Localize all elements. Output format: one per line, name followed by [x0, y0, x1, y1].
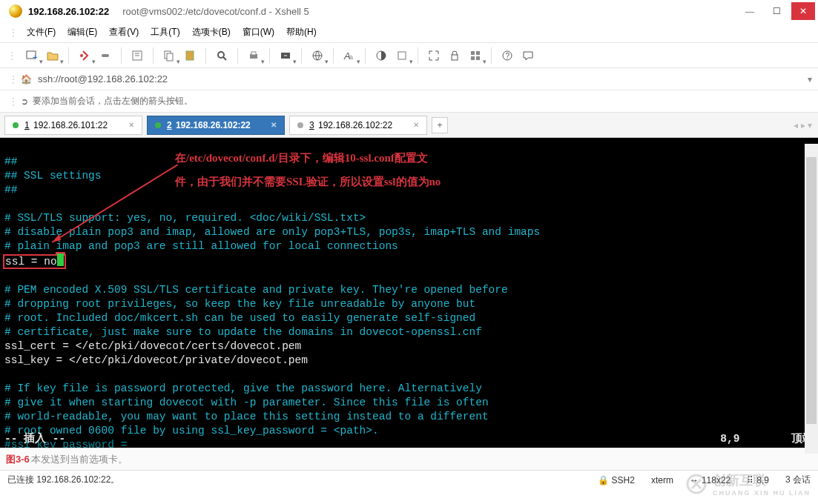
terminal-scrollbar[interactable] — [805, 144, 818, 454]
chat-icon[interactable] — [520, 47, 536, 64]
svg-rect-22 — [476, 51, 480, 55]
app-icon — [9, 4, 22, 18]
terminal-line: # dropping root privileges, so keep the … — [4, 298, 475, 310]
terminal-line: ## SSL settings — [4, 170, 102, 182]
window-title-main: 192.168.26.102:22 — [28, 6, 109, 17]
status-dot-icon — [155, 122, 161, 128]
status-dot-icon — [13, 122, 19, 128]
svg-rect-13 — [251, 52, 256, 55]
minimize-button[interactable]: — — [738, 2, 762, 20]
svg-rect-19 — [398, 52, 406, 59]
menu-help[interactable]: 帮助(H) — [280, 24, 323, 40]
svg-rect-24 — [476, 56, 480, 60]
terminal-line: ## — [4, 156, 17, 168]
terminal-line: # PEM encoded X.509 SSL/TLS certificate … — [4, 284, 508, 296]
svg-rect-8 — [167, 53, 173, 61]
terminal-line: # SSL/TLS support: yes, no, required. <d… — [4, 212, 366, 224]
figure-label: 图3-6 — [6, 453, 30, 466]
paste-icon[interactable] — [182, 47, 198, 64]
color-icon[interactable] — [373, 47, 389, 64]
session-tabs: 1 192.168.26.101:22 ✕ 2 192.168.26.102:2… — [0, 113, 818, 138]
terminal-line: ## — [4, 184, 17, 196]
watermark-logo: 创新互联 CHUANG XIN HU LIAN — [685, 471, 811, 497]
window-title-path: root@vms002:/etc/dovecot/conf.d - Xshell… — [122, 6, 309, 17]
compose-bar[interactable]: 图3-6 本发送到当前选项卡。 — [0, 448, 818, 470]
address-dropdown-icon[interactable]: ▾ — [808, 74, 812, 84]
status-proto: 🔒 SSH2 — [598, 475, 635, 485]
terminal-cursor — [57, 253, 64, 266]
copy-icon[interactable] — [161, 47, 177, 64]
terminal-line: # plain imap and pop3 are still allowed … — [4, 240, 398, 252]
compose-placeholder: 本发送到当前选项卡。 — [31, 453, 128, 466]
tab-close-icon[interactable]: ✕ — [413, 121, 419, 129]
tile-icon[interactable] — [467, 47, 484, 64]
terminal-line: # give it when starting dovecot with -p … — [4, 397, 489, 408]
open-session-icon[interactable] — [44, 47, 61, 64]
tab-close-icon[interactable]: ✕ — [128, 121, 134, 129]
properties-icon[interactable] — [129, 47, 145, 64]
font-icon[interactable]: Aa — [341, 47, 357, 64]
hint-text: 要添加当前会话，点击左侧的箭头按钮。 — [33, 95, 193, 107]
svg-line-11 — [223, 57, 226, 60]
menu-edit[interactable]: 编辑(E) — [62, 24, 103, 40]
terminal-status-line: -- 插入 -- 8,9 顶端 — [4, 432, 814, 446]
maximize-button[interactable]: ☐ — [765, 2, 788, 20]
menu-view[interactable]: 查看(V) — [103, 24, 145, 40]
annotation-line1: 在/etc/dovecot/conf.d/目录下，编辑10-ssl.conf配置… — [175, 151, 428, 165]
svg-text:+: + — [33, 53, 37, 62]
svg-text:?: ? — [506, 52, 510, 60]
terminal-line: # world-readable, you may want to place … — [4, 411, 489, 422]
svg-text:a: a — [349, 53, 353, 61]
svg-rect-23 — [471, 56, 475, 60]
watermark-sub: CHUANG XIN HU LIAN — [713, 489, 811, 497]
address-text[interactable]: ssh://root@192.168.26.102:22 — [38, 73, 168, 84]
tab-session-3[interactable]: 3 192.168.26.102:22 ✕ — [289, 116, 427, 135]
terminal-line: # root. Included doc/mkcert.sh can be us… — [4, 312, 475, 324]
print-icon[interactable] — [245, 47, 262, 64]
svg-point-2 — [80, 54, 83, 57]
status-dot-icon — [297, 122, 303, 128]
reconnect-icon[interactable] — [76, 47, 93, 64]
svg-rect-21 — [471, 51, 475, 55]
fullscreen-icon[interactable] — [426, 47, 442, 64]
vim-mode: -- 插入 -- — [4, 432, 65, 446]
annotation-line2: 件，由于我们并不需要SSL验证，所以设置ssl的值为no — [175, 175, 441, 189]
tab-session-1[interactable]: 1 192.168.26.101:22 ✕ — [4, 116, 142, 135]
terminal-line: # certificate, just make sure to update … — [4, 326, 482, 338]
terminal-line: # disable plain pop3 and imap, allowed a… — [4, 226, 540, 238]
toolbar: ⋮ + Aa ? — [0, 43, 818, 68]
tab-close-icon[interactable]: ✕ — [271, 121, 277, 129]
svg-point-10 — [218, 52, 224, 58]
vim-cursor-pos: 8,9 — [720, 433, 739, 445]
hint-bar: ⋮ ➲ 要添加当前会话，点击左侧的箭头按钮。 — [0, 90, 818, 113]
help-icon[interactable]: ? — [499, 47, 515, 64]
new-session-icon[interactable]: + — [24, 47, 40, 64]
tab-navigation[interactable]: ◂ ▸ ▾ — [794, 120, 812, 130]
tab-add-button[interactable]: + — [432, 117, 448, 133]
address-icon[interactable]: 🏠 — [21, 74, 32, 84]
find-icon[interactable] — [214, 47, 230, 64]
terminal-line: ssl_cert = </etc/pki/dovecot/certs/dovec… — [4, 340, 301, 352]
highlight-icon[interactable] — [394, 47, 410, 64]
transfer-icon[interactable] — [277, 47, 294, 64]
hint-arrow-icon[interactable]: ➲ — [21, 96, 28, 107]
lock-icon[interactable] — [446, 47, 463, 64]
address-bar: ⋮ 🏠 ssh://root@192.168.26.102:22 ▾ — [0, 68, 818, 90]
status-term: xterm — [651, 475, 673, 485]
close-button[interactable]: ✕ — [791, 2, 815, 20]
status-connected: 已连接 192.168.26.102:22。 — [7, 474, 119, 486]
tab-session-2[interactable]: 2 192.168.26.102:22 ✕ — [147, 116, 285, 135]
svg-rect-3 — [102, 54, 109, 57]
disconnect-icon[interactable] — [97, 47, 113, 64]
terminal[interactable]: ## ## SSL settings ## # SSL/TLS support:… — [0, 138, 818, 448]
menu-window[interactable]: 窗口(W) — [237, 24, 280, 40]
encoding-icon[interactable] — [309, 47, 326, 64]
terminal-line-highlighted: ssl = no — [4, 256, 65, 268]
menu-tabs[interactable]: 选项卡(B) — [186, 24, 237, 40]
menubar: ⋮ 文件(F) 编辑(E) 查看(V) 工具(T) 选项卡(B) 窗口(W) 帮… — [0, 22, 818, 43]
menu-file[interactable]: 文件(F) — [21, 24, 62, 40]
svg-rect-20 — [452, 55, 458, 60]
menu-tools[interactable]: 工具(T) — [145, 24, 185, 40]
titlebar: 192.168.26.102:22 root@vms002:/etc/dovec… — [0, 0, 818, 22]
terminal-line: ssl_key = </etc/pki/dovecot/private/dove… — [4, 354, 308, 366]
